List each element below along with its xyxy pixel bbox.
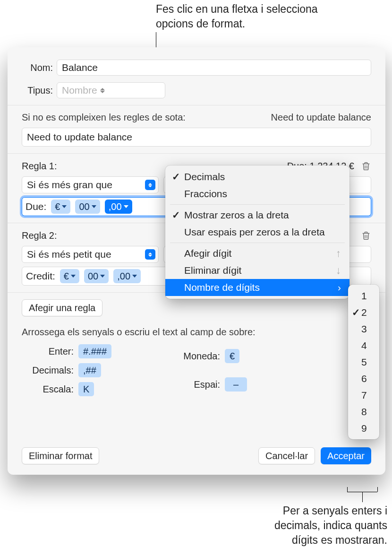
token-label: ,00 <box>117 271 130 282</box>
menu-item-add-digit[interactable]: Afegir dígit ↑ <box>165 245 349 262</box>
callout-leader <box>377 487 378 492</box>
token-label: € <box>64 271 69 282</box>
down-arrow-icon: ↓ <box>336 264 341 277</box>
submenu-label: 8 <box>361 406 367 418</box>
decimals-label: Decimals: <box>22 365 74 376</box>
submenu-item-4[interactable]: 4 <box>348 337 379 354</box>
menu-separator <box>170 243 345 243</box>
token-label: 00 <box>88 271 98 282</box>
submenu-label: 5 <box>361 357 367 368</box>
submenu-label: 2 <box>361 307 367 318</box>
menu-item-fractions[interactable]: Fraccions <box>165 185 349 202</box>
callout-bottom: Per a senyals enters i decimals, indica … <box>264 504 387 548</box>
check-icon: ✓ <box>172 209 180 221</box>
menu-separator <box>170 204 345 205</box>
menu-item-show-zeros[interactable]: ✓ Mostrar zeros a la dreta <box>165 207 349 224</box>
submenu-label: 4 <box>361 340 367 351</box>
currency-token[interactable]: € <box>60 269 79 283</box>
accept-button[interactable]: Acceptar <box>321 447 371 464</box>
chevron-down-icon <box>124 205 128 208</box>
enter-label: Enter: <box>22 346 74 357</box>
type-label: Tipus: <box>22 85 57 96</box>
enter-signal[interactable]: #.### <box>78 344 111 358</box>
rule1-prefix: Due: <box>26 201 46 212</box>
rule1-condition-value: Si és més gran que <box>27 179 112 191</box>
espai-signal[interactable]: – <box>225 377 247 392</box>
submenu-item-2[interactable]: ✓2 <box>348 304 379 321</box>
espai-label: Espai: <box>168 379 220 390</box>
type-value: Nombre <box>62 85 97 96</box>
menu-label: Fraccions <box>184 188 227 200</box>
chevron-right-icon: › <box>338 282 341 293</box>
chevron-down-icon <box>100 275 105 278</box>
updown-icon <box>145 249 155 260</box>
rule2-condition-value: Si és més petit que <box>27 249 111 260</box>
menu-label: Nombre de dígits <box>184 282 260 293</box>
none-text-input[interactable]: Need to update balance <box>22 128 371 147</box>
submenu-label: 6 <box>361 373 367 384</box>
decimals-signal[interactable]: ,## <box>78 363 101 377</box>
moneda-label: Moneda: <box>168 351 220 362</box>
rule2-condition-select[interactable]: Si és més petit que <box>22 246 159 263</box>
chevron-down-icon <box>62 205 67 208</box>
submenu-item-9[interactable]: 9 <box>348 420 379 436</box>
submenu-label: 7 <box>361 390 367 401</box>
drag-hint: Arrossega els senyals o escriu el text a… <box>8 327 385 338</box>
menu-item-num-digits[interactable]: Nombre de dígits › <box>165 279 349 296</box>
submenu-item-8[interactable]: 8 <box>348 403 379 420</box>
add-rule-button[interactable]: Afegir una regla <box>22 299 102 316</box>
integer-token[interactable]: 00 <box>75 200 100 214</box>
updown-icon <box>145 180 155 190</box>
submenu-item-6[interactable]: 6 <box>348 370 379 387</box>
rule1-title: Regla 1: <box>22 161 57 172</box>
token-label: € <box>55 201 60 212</box>
callout-top: Fes clic en una fletxa i selecciona opci… <box>156 2 326 31</box>
submenu-item-1[interactable]: 1 <box>348 287 379 304</box>
menu-item-use-spaces[interactable]: Usar espais per zeros a la dreta <box>165 224 349 241</box>
menu-label: Eliminar dígit <box>184 265 241 276</box>
submenu-item-7[interactable]: 7 <box>348 387 379 403</box>
decimal-token[interactable]: ,00 <box>113 269 141 283</box>
menu-label: Mostrar zeros a la dreta <box>184 209 289 221</box>
moneda-signal[interactable]: € <box>225 349 239 363</box>
name-input[interactable]: Balance <box>57 60 371 76</box>
chevron-down-icon <box>71 275 76 278</box>
menu-label: Usar espais per zeros a la dreta <box>184 226 325 238</box>
token-label: 00 <box>79 201 89 212</box>
rule2-title: Regla 2: <box>22 230 57 241</box>
escala-signal[interactable]: K <box>78 382 94 396</box>
chevron-down-icon <box>92 205 96 208</box>
if-none-preview: Need to update balance <box>271 112 371 123</box>
token-label: ,00 <box>109 201 122 212</box>
type-select[interactable]: Nombre <box>57 82 165 98</box>
divider <box>8 153 385 154</box>
divider <box>8 105 385 105</box>
num-digits-submenu[interactable]: 1 ✓2 3 4 5 6 7 8 9 <box>348 285 379 439</box>
menu-label: Afegir dígit <box>184 248 231 259</box>
trash-icon[interactable] <box>361 160 371 172</box>
check-icon: ✓ <box>172 171 180 183</box>
chevron-down-icon <box>132 275 137 278</box>
submenu-item-3[interactable]: 3 <box>348 321 379 337</box>
check-icon: ✓ <box>352 307 360 318</box>
decimal-token[interactable]: ,00 <box>105 200 132 214</box>
name-label: Nom: <box>22 62 57 73</box>
menu-item-remove-digit[interactable]: Eliminar dígit ↓ <box>165 262 349 279</box>
callout-leader <box>362 492 363 502</box>
decimal-format-menu[interactable]: ✓ Decimals Fraccions ✓ Mostrar zeros a l… <box>165 165 349 299</box>
integer-token[interactable]: 00 <box>84 269 109 283</box>
submenu-label: 3 <box>361 323 367 335</box>
menu-label: Decimals <box>184 171 225 183</box>
submenu-label: 9 <box>361 423 367 434</box>
submenu-item-5[interactable]: 5 <box>348 354 379 370</box>
delete-format-button[interactable]: Eliminar format <box>22 447 99 464</box>
up-arrow-icon: ↑ <box>336 247 341 260</box>
if-none-label: Si no es compleixen les regles de sota: <box>22 112 186 123</box>
rule2-prefix: Credit: <box>26 270 55 282</box>
cancel-button[interactable]: Cancel·lar <box>258 447 315 464</box>
rule1-condition-select[interactable]: Si és més gran que <box>22 176 159 193</box>
callout-leader <box>347 487 348 492</box>
currency-token[interactable]: € <box>51 200 70 214</box>
trash-icon[interactable] <box>361 230 371 241</box>
menu-item-decimals[interactable]: ✓ Decimals <box>165 168 349 185</box>
